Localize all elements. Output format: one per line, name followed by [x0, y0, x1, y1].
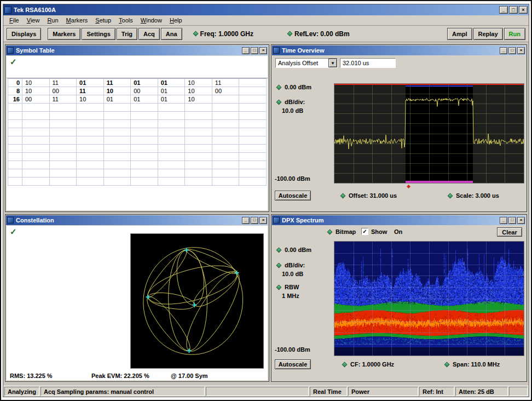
ref-level-control[interactable]: 0.00 dBm	[275, 84, 311, 90]
maximize-button[interactable]: □	[509, 6, 518, 14]
trigger-marker-icon[interactable]	[407, 185, 410, 188]
symbol-cell	[131, 112, 158, 120]
symbol-cell	[185, 161, 212, 169]
symbol-cell: 00	[22, 95, 50, 104]
control-diamond-icon[interactable]	[276, 284, 282, 290]
close-button[interactable]: ×	[259, 217, 267, 224]
menu-file[interactable]: File	[5, 16, 23, 25]
freq-diamond-icon[interactable]	[193, 31, 198, 37]
constellation-titlebar[interactable]: Constellation _ □ ×	[6, 215, 268, 225]
symbol-cell	[239, 104, 267, 112]
symbol-cell	[158, 161, 185, 169]
control-diamond-icon[interactable]	[276, 247, 282, 253]
menubar: File View Run Markers Setup Tools Window…	[3, 15, 529, 26]
acq-button[interactable]: Acq	[138, 28, 160, 40]
window-title: DPX Spectrum	[282, 217, 498, 224]
menu-window[interactable]: Window	[137, 16, 166, 25]
ampl-button[interactable]: Ampl	[447, 28, 472, 40]
autoscale-button[interactable]: Autoscale	[275, 191, 311, 200]
table-row	[8, 128, 267, 136]
symbol-cell	[212, 112, 239, 120]
control-diamond-icon[interactable]	[276, 99, 282, 105]
rbw-control[interactable]: RBW	[275, 284, 299, 290]
chevron-down-icon[interactable]: ▼	[328, 59, 337, 67]
row-index-cell	[8, 128, 22, 136]
window-icon	[7, 217, 14, 224]
minimize-button[interactable]: _	[500, 47, 507, 54]
control-diamond-icon[interactable]	[327, 229, 333, 234]
settings-button[interactable]: Settings	[82, 28, 115, 40]
freq-readout[interactable]: Freq: 1.0000 GHz	[200, 30, 253, 38]
clear-button[interactable]: Clear	[497, 227, 522, 237]
symbol-cell	[131, 136, 158, 145]
titlebar[interactable]: Tek RSA6100A _ □ ×	[3, 4, 529, 15]
offset-readout[interactable]: Offset: 31.000 us	[339, 192, 397, 199]
maximize-button[interactable]: □	[508, 47, 516, 54]
rbw-value: 1 MHz	[282, 293, 299, 299]
dbdiv-control[interactable]: dB/div:	[275, 99, 305, 105]
run-button[interactable]: Run	[504, 28, 525, 40]
symbol-cell	[212, 104, 239, 112]
menu-run[interactable]: Run	[43, 16, 62, 25]
dpx-spectrum-titlebar[interactable]: DPX Spectrum _ □ ×	[272, 215, 526, 225]
symbol-cell	[239, 128, 267, 136]
trig-button[interactable]: Trig	[117, 28, 137, 40]
minimize-button[interactable]: _	[242, 217, 250, 224]
time-overview-titlebar[interactable]: Time Overview _ □ ×	[272, 45, 526, 55]
symbol-table-titlebar[interactable]: Symbol Table _ □ ×	[6, 45, 268, 55]
minimize-button[interactable]: _	[500, 217, 507, 224]
minimize-button[interactable]: _	[242, 47, 250, 54]
ref-level-control[interactable]: 0.00 dBm	[275, 247, 311, 253]
control-diamond-icon[interactable]	[444, 362, 450, 367]
reflev-diamond-icon[interactable]	[287, 31, 293, 37]
maximize-button[interactable]: □	[251, 217, 258, 224]
maximize-button[interactable]: □	[251, 47, 258, 54]
control-diamond-icon[interactable]	[276, 262, 282, 268]
dpx-spectrum-plot[interactable]	[334, 242, 524, 356]
span-readout[interactable]: Span: 110.0 MHz	[443, 361, 500, 368]
status-atten: Atten: 25 dB	[455, 387, 508, 396]
symbol-cell	[103, 153, 131, 161]
menu-view[interactable]: View	[23, 16, 44, 25]
symbol-cell	[212, 120, 239, 128]
control-diamond-icon[interactable]	[448, 193, 453, 198]
replay-button[interactable]: Replay	[473, 28, 503, 40]
show-label[interactable]: Show	[371, 228, 387, 235]
scale-readout[interactable]: Scale: 3.000 us	[447, 192, 499, 199]
ana-button[interactable]: Ana	[161, 28, 182, 40]
control-diamond-icon[interactable]	[276, 84, 282, 90]
trace-valid-checkmark-icon[interactable]: ✓	[10, 57, 17, 67]
menu-setup[interactable]: Setup	[91, 16, 115, 25]
close-button[interactable]: ×	[259, 47, 267, 54]
symbol-cell	[103, 161, 131, 169]
bottom-level-label: -100.00 dBm	[275, 346, 310, 353]
menu-tools[interactable]: Tools	[115, 16, 137, 25]
analysis-offset-input[interactable]	[340, 58, 396, 68]
reflev-readout[interactable]: RefLev: 0.00 dBm	[294, 30, 350, 38]
constellation-plot[interactable]	[131, 234, 263, 368]
time-overview-plot[interactable]	[334, 84, 524, 183]
bitmap-control[interactable]: Bitmap	[326, 228, 356, 235]
symbol-readout: @ 17.00 Sym	[171, 373, 208, 379]
close-button[interactable]: ×	[519, 6, 528, 14]
close-button[interactable]: ×	[517, 47, 525, 54]
cf-readout[interactable]: CF: 1.0000 GHz	[341, 361, 394, 368]
show-checkbox[interactable]: ✓	[361, 228, 368, 235]
autoscale-button[interactable]: Autoscale	[275, 359, 311, 369]
menu-help[interactable]: Help	[166, 16, 186, 25]
menu-markers[interactable]: Markers	[62, 16, 92, 25]
maximize-button[interactable]: □	[508, 217, 516, 224]
displays-button[interactable]: Displays	[7, 28, 41, 40]
control-diamond-icon[interactable]	[340, 193, 346, 198]
dbdiv-value: 10.0 dB	[282, 107, 303, 114]
symbol-cell	[49, 128, 77, 136]
close-button[interactable]: ×	[517, 217, 525, 224]
analysis-offset-select[interactable]: Analysis Offset ▼	[275, 58, 338, 68]
dbdiv-control[interactable]: dB/div:	[275, 262, 305, 268]
markers-button[interactable]: Markers	[48, 28, 80, 40]
control-diamond-icon[interactable]	[342, 362, 348, 367]
minimize-button[interactable]: _	[499, 6, 508, 14]
trace-valid-checkmark-icon[interactable]: ✓	[10, 227, 17, 237]
mdi-area: Symbol Table _ □ × ✓ 01011011101011011 8…	[3, 42, 529, 386]
symbol-cell	[185, 169, 212, 177]
